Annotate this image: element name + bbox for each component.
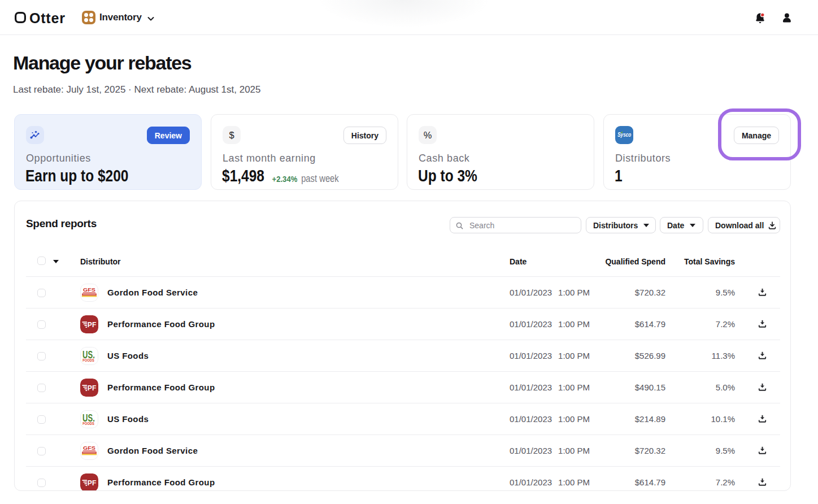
svg-text:GFS: GFS xyxy=(83,445,95,451)
svg-text:FOODS: FOODS xyxy=(82,358,94,363)
svg-text:Sysco: Sysco xyxy=(617,131,631,138)
svg-text:FOODS: FOODS xyxy=(82,421,94,426)
svg-text:PF: PF xyxy=(88,384,97,392)
svg-text:PF: PF xyxy=(88,479,97,487)
svg-text:GFS: GFS xyxy=(83,286,95,293)
svg-text:PF: PF xyxy=(88,320,97,329)
